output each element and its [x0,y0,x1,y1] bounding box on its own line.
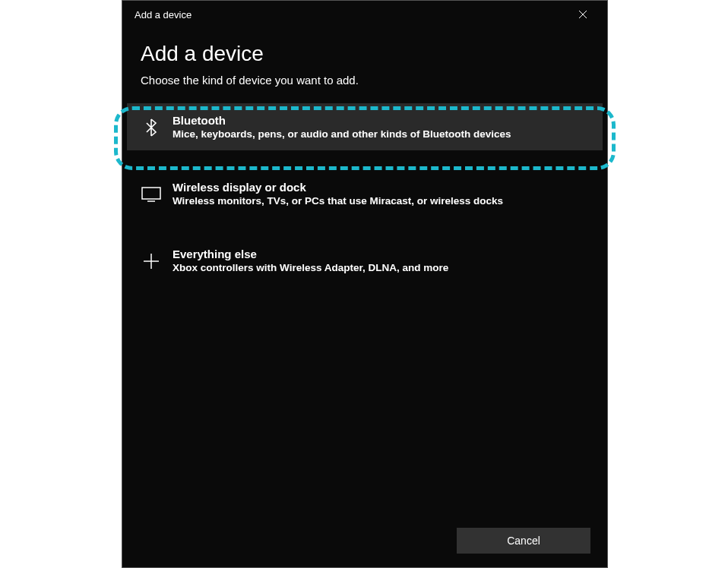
option-title: Bluetooth [173,114,511,127]
monitor-icon [141,184,162,205]
option-text: Wireless display or dock Wireless monito… [173,181,503,207]
dialog-content: Add a device Choose the kind of device y… [122,28,607,284]
svg-rect-2 [142,188,160,199]
option-bluetooth[interactable]: Bluetooth Mice, keyboards, pens, or audi… [127,103,603,150]
plus-icon [141,251,162,272]
option-title: Everything else [173,248,448,260]
cancel-button[interactable]: Cancel [457,528,590,554]
titlebar: Add a device [122,1,607,28]
page-subheading: Choose the kind of device you want to ad… [141,74,589,87]
option-text: Everything else Xbox controllers with Wi… [173,248,448,273]
add-device-dialog: Add a device Add a device Choose the kin… [122,0,608,568]
options-list: Bluetooth Mice, keyboards, pens, or audi… [127,103,603,284]
close-icon [578,10,587,19]
option-desc: Xbox controllers with Wireless Adapter, … [173,262,448,273]
page-heading: Add a device [141,42,589,66]
option-title: Wireless display or dock [173,181,503,194]
option-text: Bluetooth Mice, keyboards, pens, or audi… [173,114,511,140]
option-desc: Mice, keyboards, pens, or audio and othe… [173,128,511,140]
titlebar-title: Add a device [135,9,191,21]
option-wireless-display[interactable]: Wireless display or dock Wireless monito… [127,170,603,217]
dialog-footer: Cancel [457,528,590,554]
bluetooth-icon [141,117,162,138]
close-button[interactable] [568,4,598,25]
option-desc: Wireless monitors, TVs, or PCs that use … [173,195,503,207]
option-everything-else[interactable]: Everything else Xbox controllers with Wi… [127,237,603,284]
